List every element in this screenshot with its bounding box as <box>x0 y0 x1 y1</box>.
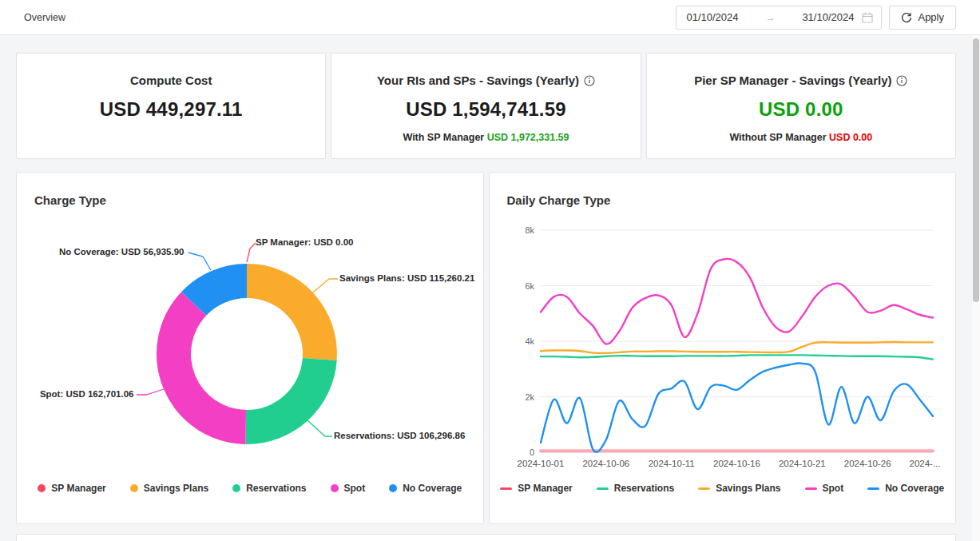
y-axis-tick-label: 0 <box>529 448 534 457</box>
page-title: Overview <box>24 12 65 23</box>
legend-line-icon <box>597 487 609 490</box>
calendar-icon[interactable] <box>862 12 873 23</box>
pie-label-spot: Spot: USD 162,701.06 <box>40 389 134 399</box>
legend-dot-icon <box>130 484 138 492</box>
legend-line-icon <box>500 487 512 490</box>
x-axis-tick-label: 2024-... <box>909 459 940 468</box>
scrollbar-thumb[interactable] <box>973 38 979 302</box>
pie-label-sp-manager: SP Manager: USD 0.00 <box>256 237 354 247</box>
pier-sp-manager-value: USD 0.00 <box>647 98 955 121</box>
x-axis-tick-label: 2024-10-16 <box>713 459 760 468</box>
legend-item-spot[interactable]: Spot <box>805 483 844 494</box>
legend-item-no-coverage[interactable]: No Coverage <box>389 483 462 494</box>
donut-leader-sp-manager <box>247 243 256 262</box>
donut-leader-reservations <box>307 420 332 436</box>
info-icon[interactable] <box>896 75 907 86</box>
date-to-input[interactable]: 31/10/2024 <box>802 11 854 23</box>
ri-sp-savings-title: Your RIs and SPs - Savings (Yearly) <box>377 74 579 87</box>
without-sp-manager-label: Without SP Manager <box>729 132 829 143</box>
donut-leader-spot <box>137 389 164 395</box>
y-axis-tick-label: 8k <box>525 225 534 235</box>
charge-type-legend: SP ManagerSavings PlansReservationsSpotN… <box>17 483 483 494</box>
legend-item-sp-manager[interactable]: SP Manager <box>38 483 105 494</box>
legend-item-savings-plans[interactable]: Savings Plans <box>698 483 780 494</box>
x-axis-tick-label: 2024-10-01 <box>517 459 564 468</box>
charge-type-donut-chart[interactable] <box>17 173 484 525</box>
line-series-no-coverage[interactable] <box>541 363 933 451</box>
next-panel-edge <box>16 534 956 541</box>
charge-type-panel: Charge Type No Coverage: USD 56,935.90 S… <box>16 172 484 524</box>
charts-row: Charge Type No Coverage: USD 56,935.90 S… <box>16 172 956 524</box>
compute-cost-card: Compute Cost USD 449,297.11 <box>16 53 326 159</box>
daily-charge-type-line-chart[interactable]: 02k4k6k8k2024-10-012024-10-062024-10-112… <box>490 173 955 525</box>
legend-label: No Coverage <box>885 483 944 494</box>
compute-cost-value: USD 449,297.11 <box>17 98 325 121</box>
line-series-reservations[interactable] <box>541 355 933 359</box>
legend-item-no-coverage[interactable]: No Coverage <box>867 483 944 494</box>
legend-label: Reservations <box>246 483 306 494</box>
legend-item-reservations[interactable]: Reservations <box>232 483 306 494</box>
apply-label: Apply <box>918 11 944 23</box>
date-range-arrow-icon: → <box>739 12 803 23</box>
ri-sp-savings-subtext: With SP Manager USD 1,972,331.59 <box>331 132 640 143</box>
donut-leader-no-coverage <box>188 253 211 270</box>
y-axis-tick-label: 6k <box>525 281 534 291</box>
compute-cost-title: Compute Cost <box>130 74 212 87</box>
pier-sp-manager-savings-card: Pier SP Manager - Savings (Yearly) USD 0… <box>646 53 956 159</box>
legend-line-icon <box>698 487 710 490</box>
donut-slice-reservations[interactable] <box>245 358 336 444</box>
legend-line-icon <box>805 487 817 490</box>
legend-label: Savings Plans <box>144 483 208 494</box>
date-from-input[interactable]: 01/10/2024 <box>686 11 738 23</box>
pie-label-no-coverage: No Coverage: USD 56,935.90 <box>59 247 184 257</box>
legend-label: Spot <box>823 483 844 494</box>
pie-label-savings-plans: Savings Plans: USD 115,260.21 <box>339 273 474 283</box>
y-axis-tick-label: 2k <box>525 392 534 402</box>
y-axis-tick-label: 4k <box>525 336 534 346</box>
legend-label: Spot <box>344 483 366 494</box>
legend-line-icon <box>867 487 879 490</box>
legend-label: SP Manager <box>51 483 105 494</box>
legend-label: SP Manager <box>518 483 572 494</box>
legend-item-savings-plans[interactable]: Savings Plans <box>130 483 208 494</box>
apply-button[interactable]: Apply <box>889 6 956 30</box>
donut-slice-spot[interactable] <box>157 292 246 444</box>
ri-sp-savings-card: Your RIs and SPs - Savings (Yearly) USD … <box>331 53 641 159</box>
legend-label: No Coverage <box>403 483 462 494</box>
x-axis-tick-label: 2024-10-11 <box>648 459 694 468</box>
legend-label: Reservations <box>614 483 674 494</box>
without-sp-manager-value: USD 0.00 <box>829 132 872 143</box>
legend-dot-icon <box>38 484 46 492</box>
donut-slice-savings-plans[interactable] <box>247 264 337 360</box>
x-axis-tick-label: 2024-10-06 <box>582 459 629 468</box>
topbar-controls: 01/10/2024 → 31/10/2024 Apply <box>676 6 956 30</box>
donut-leader-savings-plans <box>313 279 338 292</box>
line-series-spot[interactable] <box>541 259 933 344</box>
date-range-picker[interactable]: 01/10/2024 → 31/10/2024 <box>676 6 882 30</box>
pie-label-reservations: Reservations: USD 106,296.86 <box>334 431 465 440</box>
line-series-savings-plans[interactable] <box>541 342 933 353</box>
legend-dot-icon <box>331 484 339 492</box>
legend-dot-icon <box>232 484 240 492</box>
with-sp-manager-value: USD 1,972,331.59 <box>487 132 569 143</box>
ri-sp-savings-value: USD 1,594,741.59 <box>331 98 640 121</box>
legend-item-reservations[interactable]: Reservations <box>597 483 674 494</box>
x-axis-tick-label: 2024-10-26 <box>843 459 891 468</box>
legend-dot-icon <box>389 484 397 492</box>
with-sp-manager-label: With SP Manager <box>403 132 486 143</box>
topbar: Overview 01/10/2024 → 31/10/2024 <box>0 0 980 35</box>
x-axis-tick-label: 2024-10-21 <box>778 459 825 468</box>
stat-cards-row: Compute Cost USD 449,297.11 Your RIs and… <box>16 53 956 159</box>
page-scrollbar[interactable] <box>972 35 980 541</box>
legend-item-spot[interactable]: Spot <box>331 483 366 494</box>
pier-sp-manager-subtext: Without SP Manager USD 0.00 <box>647 132 955 143</box>
legend-item-sp-manager[interactable]: SP Manager <box>500 483 572 494</box>
daily-charge-type-panel: Daily Charge Type 02k4k6k8k2024-10-01202… <box>489 172 957 524</box>
refresh-icon <box>901 12 912 23</box>
pier-sp-manager-title: Pier SP Manager - Savings (Yearly) <box>694 74 891 87</box>
daily-charge-type-legend: SP ManagerReservationsSavings PlansSpotN… <box>490 483 956 494</box>
info-icon[interactable] <box>584 75 595 86</box>
legend-label: Savings Plans <box>716 483 780 494</box>
